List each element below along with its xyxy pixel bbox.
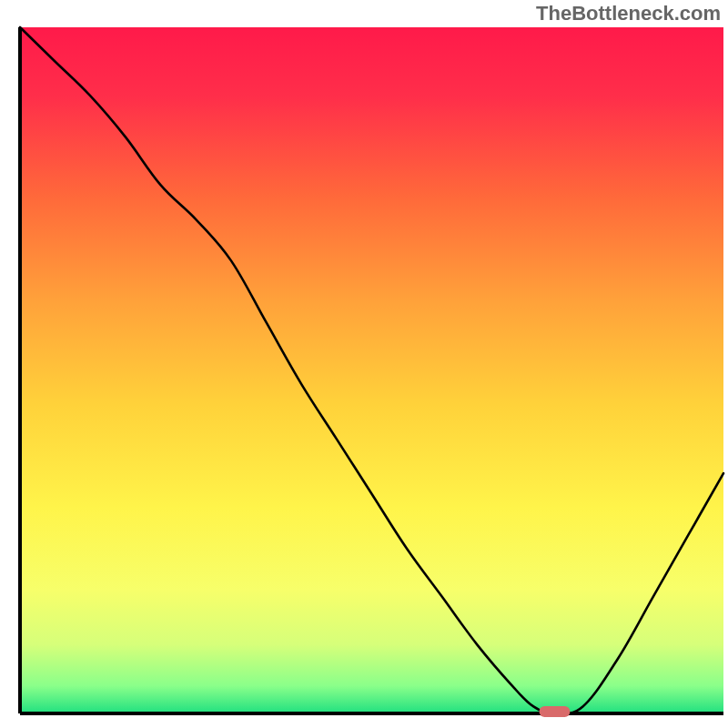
watermark-text: TheBottleneck.com <box>536 2 721 25</box>
gradient-background <box>20 27 723 713</box>
bottleneck-chart <box>0 0 728 728</box>
optimum-marker <box>539 706 570 717</box>
chart-container: TheBottleneck.com <box>0 0 728 728</box>
